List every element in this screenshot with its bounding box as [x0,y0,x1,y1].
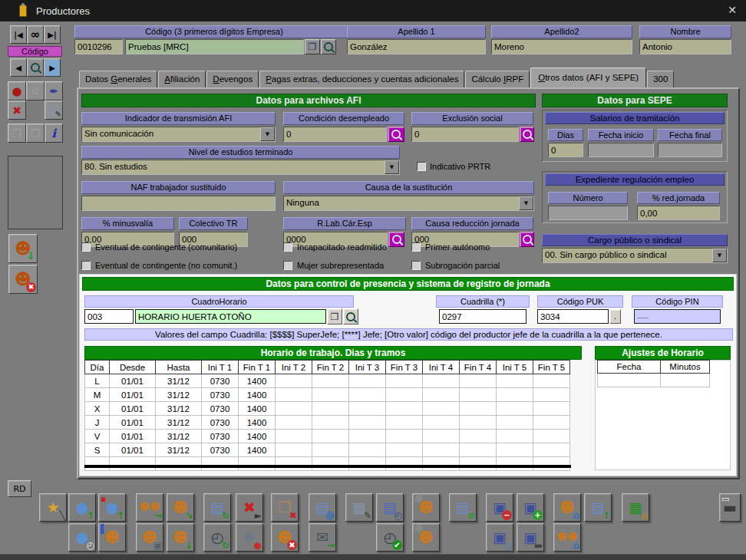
next-record-button[interactable]: ▶ [44,58,61,77]
tab-300[interactable]: 300 [647,71,674,88]
table-cell[interactable] [85,457,110,471]
table-cell[interactable] [423,430,460,443]
cuadro-list-button[interactable]: ❐ [327,308,342,324]
clock-sheet-refresh-button[interactable]: ◴↻ [203,523,231,552]
cuadrilla-input[interactable] [439,309,526,324]
mujer-subrepresentada-checkbox[interactable] [283,261,292,270]
condicion-search-button[interactable] [388,127,404,142]
forms-upload-button[interactable]: ▤↑ [584,493,612,522]
rd-button[interactable]: RD [8,480,31,497]
table-cell[interactable] [386,443,423,457]
edit-notes-button[interactable]: ▤ ✎ [45,100,63,120]
table-cell[interactable]: 1400 [239,388,276,402]
user-export-button[interactable]: ☻↘ [167,493,194,522]
table-cell[interactable]: 01/01 [110,443,156,457]
table-cell[interactable] [276,416,312,430]
close-icon[interactable]: ✕ [728,4,737,16]
pen-button[interactable]: ✒ [45,81,63,100]
form-email-button[interactable]: ▤@ [309,493,336,522]
user-home-button[interactable]: ☻⌂ [553,493,581,522]
globe-upload-button[interactable]: ●↑ [68,493,96,522]
nombre-input[interactable] [639,39,731,54]
empresa-list-button[interactable]: ❐ [305,39,320,54]
table-cell[interactable] [349,430,386,443]
table-cell[interactable] [349,402,386,416]
codigo-pin-input[interactable] [634,309,721,324]
table-cell[interactable] [460,443,497,457]
clipboard-remove-search-button[interactable]: ▣− [486,493,513,522]
table-cell[interactable] [386,402,423,416]
table-cell[interactable] [312,374,349,388]
table-cell[interactable] [312,457,349,471]
table-cell[interactable]: V [85,430,110,443]
table-cell[interactable] [423,416,460,430]
table-cell[interactable] [386,430,423,443]
cargo-select[interactable]: 00. Sin cargo público o sindical▼ [542,248,728,263]
tab-otros-datos[interactable]: Otros datos (AFI y SEPE) [530,68,646,88]
table-cell[interactable]: 0730 [202,430,239,443]
table-cell[interactable]: L [85,374,110,388]
chevron-down-icon[interactable]: ▼ [519,196,533,210]
process-gear-button[interactable]: ✱● [236,523,263,552]
clock-approve-edit-button[interactable]: ◴✔ [376,523,404,552]
magic-wand-button[interactable]: ★╲ [39,493,67,522]
table-cell[interactable]: 01/01 [110,374,156,388]
table-cell[interactable] [423,402,460,416]
table-cell[interactable] [386,388,423,402]
table-cell[interactable]: 31/12 [156,443,202,457]
table-cell[interactable] [349,457,386,471]
horario-scroll-strip[interactable] [84,465,571,468]
table-cell[interactable] [386,457,423,471]
delete-record-button[interactable]: ✖ [8,100,26,120]
table-cell[interactable] [460,457,497,471]
table-cell[interactable]: 31/12 [156,416,202,430]
fecha-final-input[interactable] [658,143,722,157]
last-record-button[interactable]: ▶| [44,25,61,44]
table-cell[interactable] [312,402,349,416]
user-card-button[interactable]: ☻▌ [98,523,126,552]
user-photo-button[interactable]: ☻▣ [136,523,163,552]
table-cell[interactable] [312,388,349,402]
chevron-down-icon[interactable]: ▼ [385,160,399,174]
person-delete-button[interactable]: ☻ ✖ [8,265,38,294]
info-button[interactable]: i [45,124,63,143]
tab-pagas-extras[interactable]: Pagas extras, deducciones y cuentas adic… [259,71,464,88]
rlab-search-button[interactable] [388,232,404,247]
puk-options-button[interactable]: . [609,309,621,324]
table-cell[interactable] [460,374,497,388]
table-cell[interactable] [497,416,533,430]
chevron-down-icon[interactable]: ▼ [712,249,727,262]
red-jornada-input[interactable] [637,206,720,220]
table-cell[interactable]: 31/12 [156,374,202,388]
subrogacion-parcial-checkbox[interactable] [411,261,421,270]
table-cell[interactable]: 0730 [202,388,239,402]
table-cell[interactable] [533,374,570,388]
table-cell[interactable] [423,443,460,457]
attach-button[interactable]: ✿ [26,81,45,100]
naf-sustituido-input[interactable] [81,196,276,211]
users-group-button[interactable]: ☻☻ [412,493,440,522]
exclusion-social-input[interactable] [411,127,519,142]
table-cell[interactable] [497,388,533,402]
table-cell[interactable]: 31/12 [156,430,202,443]
tab-devengos[interactable]: Devengos [206,71,259,88]
primer-autonomo-checkbox[interactable] [411,242,421,252]
table-cell[interactable]: 01/01 [110,416,156,430]
table-cell[interactable]: 01/01 [110,430,156,443]
table-cell[interactable]: 0730 [202,402,239,416]
table-cell[interactable] [276,388,312,402]
table-cell[interactable]: 01/01 [110,402,156,416]
eventual-no-comunitario-checkbox[interactable] [81,261,91,270]
codigo-puk-input[interactable] [537,309,609,324]
table-cell[interactable]: 1400 [239,416,276,430]
table-cell[interactable] [312,443,349,457]
table-cell[interactable] [276,457,312,471]
apellido2-input[interactable] [491,39,632,54]
clipboard-add-search-button[interactable]: ▣+ [517,493,544,522]
table-cell[interactable] [460,388,497,402]
clipboard-search-button[interactable]: ▣○ [486,523,513,552]
globe-pdf-upload-button[interactable]: ●▪↑ [98,493,126,522]
incapacitado-checkbox[interactable] [283,242,292,252]
table-cell[interactable]: 1400 [239,443,276,457]
cuadro-search-button[interactable] [343,308,358,324]
